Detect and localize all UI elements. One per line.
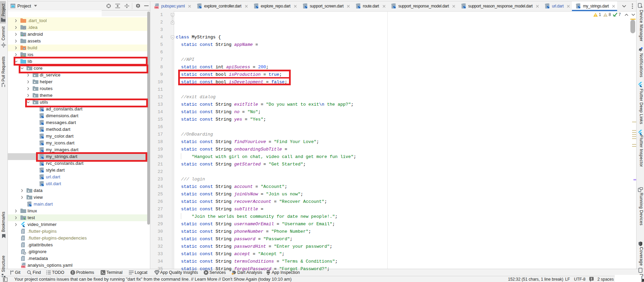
svg-text:YML: YML [154,6,159,8]
svg-text:YML: YML [21,265,26,268]
